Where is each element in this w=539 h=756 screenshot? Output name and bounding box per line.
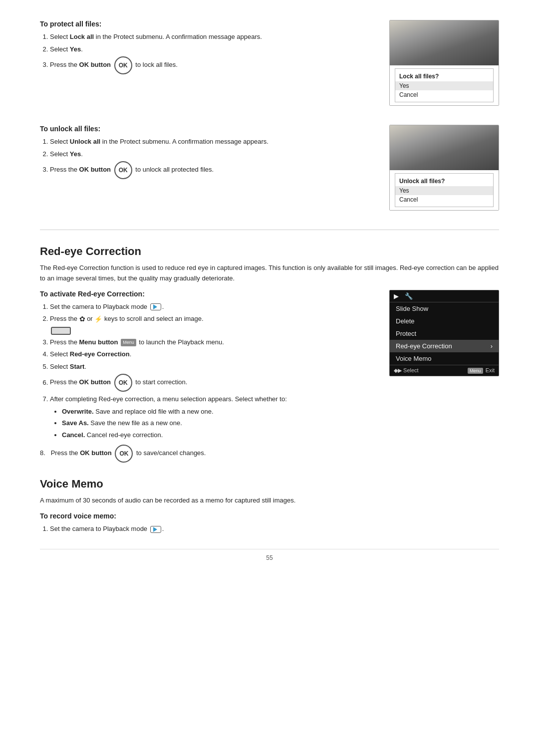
footer-divider bbox=[40, 549, 499, 549]
voice-memo-description: A maximum of 30 seconds of audio can be … bbox=[40, 496, 499, 506]
playback-menu-screenshot: ▶ 🔧 Slide Show Delete Protect Red-eye Co… bbox=[389, 290, 499, 376]
unlock-step-1: Select Unlock all in the Protect submenu… bbox=[50, 137, 374, 147]
ok-button-icon: OK bbox=[114, 56, 132, 74]
protect-step-2: Select Yes. bbox=[50, 44, 374, 54]
unlock-dialog-yes: Yes bbox=[395, 186, 493, 195]
red-eye-activate-right: ▶ 🔧 Slide Show Delete Protect Red-eye Co… bbox=[389, 290, 499, 463]
lock-dialog-title: Lock all files? bbox=[395, 71, 493, 81]
unlock-dialog-cancel: Cancel bbox=[395, 195, 493, 204]
playback-header-wrench: 🔧 bbox=[405, 292, 413, 300]
red-eye-step-7: After completing Red-eye correction, a m… bbox=[50, 394, 374, 440]
playback-mode-icon-2 bbox=[150, 526, 161, 533]
lock-dialog-cancel: Cancel bbox=[395, 90, 493, 99]
unlock-all-files-left: To unlock all files: Select Unlock all i… bbox=[40, 125, 374, 216]
voice-memo-step-1: Set the camera to Playback mode . bbox=[50, 524, 499, 534]
ok-button-icon-4: OK bbox=[115, 445, 133, 463]
unlock-screenshot-overlay: Unlock all files? Yes Cancel bbox=[390, 170, 499, 210]
footer-select-label: ◆▶ Select bbox=[394, 367, 419, 374]
red-eye-title: Red-eye Correction bbox=[40, 245, 499, 258]
unlock-all-files-steps: Select Unlock all in the Protect submenu… bbox=[40, 137, 374, 179]
menu-item-voice-memo: Voice Memo bbox=[390, 352, 499, 365]
scroll-icon-1: ✿ bbox=[79, 314, 85, 324]
menu-button-label: Menu bbox=[121, 339, 136, 347]
footer-exit-label: Menu Exit bbox=[467, 367, 495, 374]
voice-memo-section: Voice Memo A maximum of 30 seconds of au… bbox=[40, 478, 499, 533]
lock-screenshot-overlay: Lock all files? Yes Cancel bbox=[390, 65, 499, 105]
lock-screenshot-photo bbox=[390, 20, 499, 65]
record-voice-memo-title: To record voice memo: bbox=[40, 512, 499, 520]
red-eye-description: The Red-eye Correction function is used … bbox=[40, 263, 499, 284]
voice-memo-steps: Set the camera to Playback mode . bbox=[40, 524, 499, 534]
protect-all-files-steps: Select Lock all in the Protect submenu. … bbox=[40, 32, 374, 74]
red-eye-activate-title: To activate Red-eye Correction: bbox=[40, 290, 374, 298]
menu-item-delete: Delete bbox=[390, 315, 499, 327]
chevron-right-icon: › bbox=[491, 342, 493, 350]
ok-button-icon-3: OK bbox=[114, 374, 132, 392]
red-eye-steps: Set the camera to Playback mode . Press … bbox=[40, 302, 374, 440]
red-eye-step-1: Set the camera to Playback mode . bbox=[50, 302, 374, 312]
menu-item-protect: Protect bbox=[390, 327, 499, 340]
footer-menu-icon: Menu bbox=[468, 368, 483, 374]
protect-all-files-right: Lock all files? Yes Cancel bbox=[389, 20, 499, 111]
scroll-icon-2: ⚡ bbox=[94, 315, 102, 323]
protect-all-files-left: To protect all files: Select Lock all in… bbox=[40, 20, 374, 111]
red-eye-section: Red-eye Correction The Red-eye Correctio… bbox=[40, 245, 499, 463]
lock-dialog: Lock all files? Yes Cancel bbox=[395, 68, 494, 102]
overwrite-option: Overwrite. Save and replace old file wit… bbox=[62, 407, 374, 417]
red-eye-step-8: 8. Press the OK button OK to save/cancel… bbox=[40, 445, 374, 463]
red-eye-step-4: Select Red-eye Correction. bbox=[50, 349, 374, 359]
playback-menu-footer: ◆▶ Select Menu Exit bbox=[390, 365, 499, 376]
cancel-option: Cancel. Cancel red-eye correction. bbox=[62, 430, 374, 440]
lock-all-screenshot: Lock all files? Yes Cancel bbox=[389, 20, 499, 106]
unlock-screenshot-photo bbox=[390, 125, 499, 170]
protect-all-files-title: To protect all files: bbox=[40, 20, 374, 28]
unlock-all-screenshot: Unlock all files? Yes Cancel bbox=[389, 125, 499, 211]
unlock-all-files-section: To unlock all files: Select Unlock all i… bbox=[40, 125, 499, 216]
red-eye-step-3: Press the Menu button Menu to launch the… bbox=[50, 337, 374, 347]
unlock-dialog: Unlock all files? Yes Cancel bbox=[395, 173, 494, 207]
red-eye-step-2: Press the ✿ or ⚡ keys to scroll and sele… bbox=[50, 314, 374, 335]
playback-header-icon: ▶ bbox=[394, 292, 399, 300]
unlock-step-3: Press the OK button OK to unlock all pro… bbox=[50, 161, 374, 179]
unlock-all-files-title: To unlock all files: bbox=[40, 125, 374, 133]
menu-item-slideshow: Slide Show bbox=[390, 302, 499, 315]
playback-menu-header: ▶ 🔧 bbox=[390, 290, 499, 302]
protect-all-files-section: To protect all files: Select Lock all in… bbox=[40, 20, 499, 111]
section-divider-1 bbox=[40, 230, 499, 230]
playback-mode-icon-1 bbox=[150, 303, 161, 310]
protect-step-1: Select Lock all in the Protect submenu. … bbox=[50, 32, 374, 42]
unlock-all-files-right: Unlock all files? Yes Cancel bbox=[389, 125, 499, 216]
save-as-option: Save As. Save the new file as a new one. bbox=[62, 418, 374, 428]
scroll-select-icon bbox=[51, 327, 71, 335]
blue-triangle-icon-2 bbox=[153, 527, 157, 532]
protect-step-3: Press the OK button OK to lock all files… bbox=[50, 56, 374, 74]
red-eye-activate-section: To activate Red-eye Correction: Set the … bbox=[40, 290, 499, 463]
red-eye-activate-left: To activate Red-eye Correction: Set the … bbox=[40, 290, 374, 463]
red-eye-step-6: Press the OK button OK to start correcti… bbox=[50, 374, 374, 392]
page-number: 55 bbox=[40, 554, 499, 561]
red-eye-step-5: Select Start. bbox=[50, 362, 374, 372]
blue-triangle-icon bbox=[153, 304, 157, 309]
red-eye-options: Overwrite. Save and replace old file wit… bbox=[50, 407, 374, 440]
unlock-step-2: Select Yes. bbox=[50, 149, 374, 159]
menu-item-red-eye: Red-eye Correction › bbox=[390, 340, 499, 352]
ok-button-icon-2: OK bbox=[114, 161, 132, 179]
lock-dialog-yes: Yes bbox=[395, 81, 493, 90]
unlock-dialog-title: Unlock all files? bbox=[395, 176, 493, 186]
voice-memo-title: Voice Memo bbox=[40, 478, 499, 491]
